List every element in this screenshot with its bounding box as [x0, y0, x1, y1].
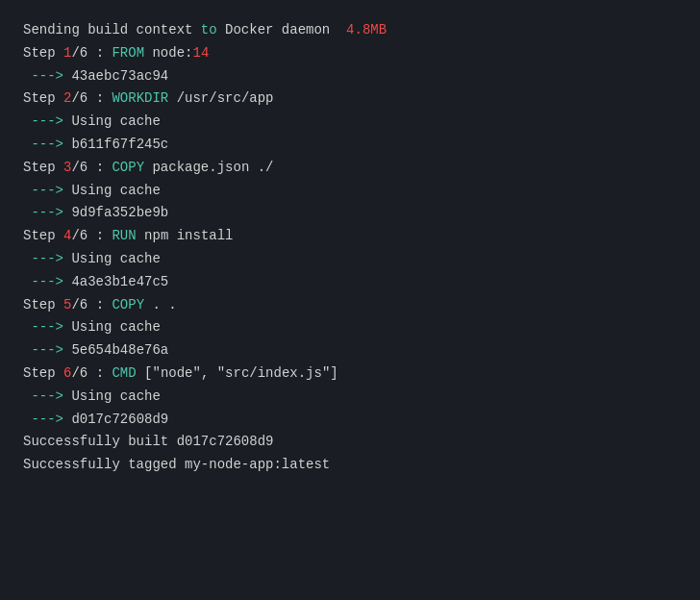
- terminal-line: Step 4/6 : RUN npm install: [23, 225, 677, 248]
- terminal-line: Step 5/6 : COPY . .: [23, 294, 677, 317]
- terminal-line: Step 6/6 : CMD ["node", "src/index.js"]: [23, 362, 677, 386]
- terminal-line: ---> d017c72608d9: [23, 409, 677, 432]
- terminal-line: ---> Using cache: [23, 316, 677, 339]
- terminal-line: Successfully built d017c72608d9: [23, 431, 677, 454]
- terminal-line: Step 1/6 : FROM node:14: [23, 42, 677, 65]
- terminal-line: ---> Using cache: [23, 180, 677, 203]
- terminal-line: ---> Using cache: [23, 111, 677, 134]
- terminal-line: Successfully tagged my-node-app:latest: [23, 454, 677, 477]
- terminal-output: Sending build context to Docker daemon 4…: [23, 19, 677, 477]
- terminal-line: ---> Using cache: [23, 386, 677, 409]
- terminal-line: Step 3/6 : COPY package.json ./: [23, 157, 677, 180]
- terminal-line: ---> 9d9fa352be9b: [23, 202, 677, 225]
- terminal-line: ---> 5e654b48e76a: [23, 339, 677, 362]
- terminal-line: ---> 4a3e3b1e47c5: [23, 271, 677, 294]
- terminal-line: ---> Using cache: [23, 248, 677, 271]
- terminal-line: Step 2/6 : WORKDIR /usr/src/app: [23, 88, 677, 111]
- terminal-line: Sending build context to Docker daemon 4…: [23, 19, 677, 42]
- terminal-line: ---> 43aebc73ac94: [23, 65, 677, 88]
- terminal-line: ---> b611f67f245c: [23, 134, 677, 157]
